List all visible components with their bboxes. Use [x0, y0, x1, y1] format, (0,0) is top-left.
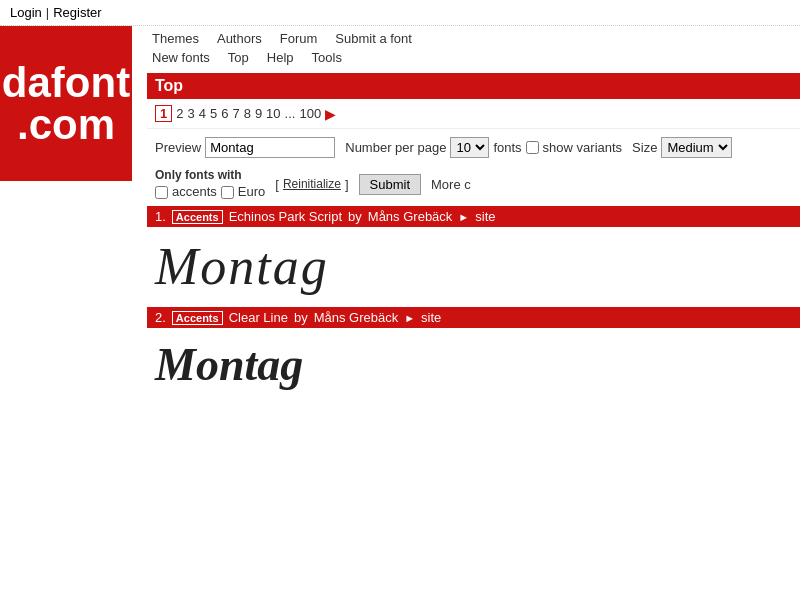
site-arrow-icon-2: ►: [404, 312, 415, 324]
right-column: Themes Authors Forum Submit a font New f…: [132, 26, 800, 408]
euro-checkbox[interactable]: [221, 186, 234, 199]
next-page-arrow[interactable]: ▶: [325, 106, 336, 122]
site-arrow-icon-1: ►: [458, 211, 469, 223]
separator: |: [46, 5, 49, 20]
page-7[interactable]: 7: [232, 106, 239, 121]
page-6[interactable]: 6: [221, 106, 228, 121]
fonts-label: fonts: [493, 140, 521, 155]
register-link[interactable]: Register: [53, 5, 101, 20]
page-title: Top: [155, 77, 183, 94]
number-per-page-select[interactable]: 10 20 50: [450, 137, 489, 158]
by-label-2: by: [294, 310, 308, 325]
top-login-bar: Login | Register: [0, 0, 800, 26]
euro-label: Euro: [238, 184, 265, 201]
by-label-1: by: [348, 209, 362, 224]
site-link-1[interactable]: site: [475, 209, 495, 224]
logo-line2: .com: [2, 104, 130, 146]
accents-badge-1: Accents: [172, 210, 223, 224]
more-link[interactable]: More c: [431, 177, 471, 192]
page-3[interactable]: 3: [187, 106, 194, 121]
number-per-page-group: Number per page 10 20 50 fonts show vari…: [345, 137, 622, 158]
logo[interactable]: dafont .com: [0, 26, 132, 181]
result-num-2: 2.: [155, 310, 166, 325]
preview-label: Preview: [155, 140, 201, 155]
submit-button[interactable]: Submit: [359, 174, 421, 195]
font2-preview-text: Montag: [155, 339, 303, 390]
page-title-bar: Top: [147, 73, 800, 99]
page-5[interactable]: 5: [210, 106, 217, 121]
only-fonts-section: Only fonts with accents Euro: [155, 168, 265, 200]
navigation: Themes Authors Forum Submit a font New f…: [147, 26, 800, 65]
page-last[interactable]: 100: [299, 106, 321, 121]
font-preview-area-1: Montag: [147, 227, 800, 307]
only-fonts-row: accents Euro: [155, 184, 265, 201]
result-num-1: 1.: [155, 209, 166, 224]
font-name-link-2[interactable]: Clear Line: [229, 310, 288, 325]
nav-row-2: New fonts Top Help Tools: [152, 50, 800, 65]
bracket-open: [: [275, 177, 279, 192]
page-2[interactable]: 2: [176, 106, 183, 121]
preview-group: Preview: [155, 137, 335, 158]
font-result-header-2: 2. Accents Clear Line by Måns Grebäck ► …: [147, 307, 800, 328]
author-link-2[interactable]: Måns Grebäck: [314, 310, 399, 325]
author-link-1[interactable]: Måns Grebäck: [368, 209, 453, 224]
filter-bar: Preview Number per page 10 20 50 fonts s…: [147, 129, 800, 206]
nav-submit-font[interactable]: Submit a font: [335, 31, 412, 46]
pagination-ellipsis: ...: [285, 106, 296, 121]
logo-line1: dafont: [2, 62, 130, 104]
nav-authors[interactable]: Authors: [217, 31, 262, 46]
font-result-1: 1. Accents Echinos Park Script by Måns G…: [147, 206, 800, 307]
accents-badge-2: Accents: [172, 311, 223, 325]
pagination: 1 2 3 4 5 6 7 8 9 10 ... 100 ▶: [147, 99, 800, 129]
reinitialize-link[interactable]: Reinitialize: [283, 177, 341, 191]
reinitialize-group: [ Reinitialize ]: [275, 177, 348, 192]
left-column: dafont .com: [0, 26, 132, 408]
only-fonts-label: Only fonts with: [155, 168, 265, 184]
show-variants-checkbox[interactable]: [526, 141, 539, 154]
font-preview-area-2: Montag: [147, 328, 800, 408]
nav-themes[interactable]: Themes: [152, 31, 199, 46]
font-result-header-1: 1. Accents Echinos Park Script by Måns G…: [147, 206, 800, 227]
size-group: Size Medium Small Large: [632, 137, 732, 158]
nav-help[interactable]: Help: [267, 50, 294, 65]
page-9[interactable]: 9: [255, 106, 262, 121]
accents-label: accents: [172, 184, 217, 201]
nav-new-fonts[interactable]: New fonts: [152, 50, 210, 65]
page-4[interactable]: 4: [199, 106, 206, 121]
main-wrapper: dafont .com Themes Authors Forum Submit …: [0, 26, 800, 408]
size-select[interactable]: Medium Small Large: [661, 137, 732, 158]
preview-input[interactable]: [205, 137, 335, 158]
page-8[interactable]: 8: [244, 106, 251, 121]
site-link-2[interactable]: site: [421, 310, 441, 325]
number-per-page-label: Number per page: [345, 140, 446, 155]
bracket-close: ]: [345, 177, 349, 192]
font1-preview-text: Montag: [155, 238, 329, 295]
nav-tools[interactable]: Tools: [312, 50, 342, 65]
logo-text: dafont .com: [2, 62, 130, 146]
login-link[interactable]: Login: [10, 5, 42, 20]
accents-checkbox[interactable]: [155, 186, 168, 199]
page-current[interactable]: 1: [155, 105, 172, 122]
nav-top[interactable]: Top: [228, 50, 249, 65]
show-variants-label: show variants: [543, 140, 622, 155]
nav-forum[interactable]: Forum: [280, 31, 318, 46]
size-label: Size: [632, 140, 657, 155]
font-result-2: 2. Accents Clear Line by Måns Grebäck ► …: [147, 307, 800, 408]
page-10[interactable]: 10: [266, 106, 280, 121]
nav-row-1: Themes Authors Forum Submit a font: [152, 31, 800, 46]
font-name-link-1[interactable]: Echinos Park Script: [229, 209, 342, 224]
